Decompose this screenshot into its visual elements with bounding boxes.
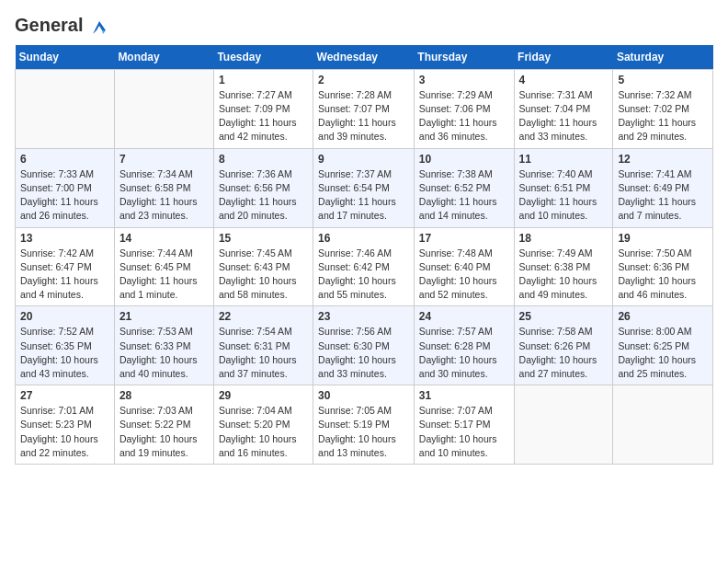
daylight: Daylight: 10 hours and 43 minutes. bbox=[20, 354, 98, 379]
calendar-cell: 9Sunrise: 7:37 AMSunset: 6:54 PMDaylight… bbox=[313, 148, 415, 227]
day-info: Sunrise: 7:52 AMSunset: 6:35 PMDaylight:… bbox=[20, 325, 109, 381]
calendar-cell: 26Sunrise: 8:00 AMSunset: 6:25 PMDayligh… bbox=[613, 306, 713, 385]
sunset: Sunset: 6:45 PM bbox=[119, 261, 191, 272]
calendar-cell: 7Sunrise: 7:34 AMSunset: 6:58 PMDaylight… bbox=[114, 148, 213, 227]
day-info: Sunrise: 7:58 AMSunset: 6:26 PMDaylight:… bbox=[519, 325, 609, 381]
calendar-cell: 8Sunrise: 7:36 AMSunset: 6:56 PMDaylight… bbox=[213, 148, 313, 227]
sunset: Sunset: 6:28 PM bbox=[419, 340, 491, 351]
sunset: Sunset: 5:22 PM bbox=[119, 419, 191, 430]
calendar-cell: 23Sunrise: 7:56 AMSunset: 6:30 PMDayligh… bbox=[313, 306, 415, 385]
sunset: Sunset: 5:20 PM bbox=[219, 419, 290, 430]
calendar-cell: 20Sunrise: 7:52 AMSunset: 6:35 PMDayligh… bbox=[16, 306, 115, 385]
sunset: Sunset: 7:06 PM bbox=[419, 103, 491, 114]
day-number: 11 bbox=[519, 153, 609, 166]
day-info: Sunrise: 7:29 AMSunset: 7:06 PMDaylight:… bbox=[419, 88, 509, 144]
calendar-cell: 4Sunrise: 7:31 AMSunset: 7:04 PMDaylight… bbox=[514, 69, 613, 148]
calendar-cell: 31Sunrise: 7:07 AMSunset: 5:17 PMDayligh… bbox=[414, 385, 514, 465]
calendar-cell: 11Sunrise: 7:40 AMSunset: 6:51 PMDayligh… bbox=[514, 148, 613, 227]
sunrise: Sunrise: 7:52 AM bbox=[20, 326, 94, 337]
daylight: Daylight: 11 hours and 17 minutes. bbox=[318, 196, 396, 221]
sunrise: Sunrise: 7:27 AM bbox=[219, 89, 292, 100]
sunset: Sunset: 6:30 PM bbox=[318, 340, 390, 351]
day-number: 13 bbox=[20, 232, 109, 245]
calendar-cell: 30Sunrise: 7:05 AMSunset: 5:19 PMDayligh… bbox=[313, 385, 415, 465]
day-info: Sunrise: 7:54 AMSunset: 6:31 PMDaylight:… bbox=[219, 325, 308, 381]
logo: General bbox=[15, 15, 109, 34]
sunrise: Sunrise: 7:38 AM bbox=[419, 168, 493, 179]
daylight: Daylight: 11 hours and 23 minutes. bbox=[119, 196, 198, 221]
sunset: Sunset: 6:31 PM bbox=[219, 340, 290, 351]
sunset: Sunset: 7:09 PM bbox=[219, 103, 290, 114]
day-number: 19 bbox=[618, 232, 708, 245]
calendar-cell bbox=[16, 69, 115, 148]
day-number: 23 bbox=[318, 310, 409, 323]
sunset: Sunset: 6:40 PM bbox=[419, 261, 491, 272]
day-info: Sunrise: 7:53 AMSunset: 6:33 PMDaylight:… bbox=[119, 325, 209, 381]
daylight: Daylight: 11 hours and 4 minutes. bbox=[20, 275, 98, 300]
day-info: Sunrise: 7:41 AMSunset: 6:49 PMDaylight:… bbox=[618, 167, 708, 224]
sunrise: Sunrise: 7:46 AM bbox=[318, 247, 392, 259]
day-number: 14 bbox=[119, 232, 209, 245]
calendar-cell: 28Sunrise: 7:03 AMSunset: 5:22 PMDayligh… bbox=[114, 385, 213, 465]
day-info: Sunrise: 7:40 AMSunset: 6:51 PMDaylight:… bbox=[519, 167, 609, 224]
day-number: 29 bbox=[219, 389, 308, 402]
day-info: Sunrise: 7:44 AMSunset: 6:45 PMDaylight:… bbox=[119, 247, 209, 303]
col-header-friday: Friday bbox=[514, 45, 613, 70]
daylight: Daylight: 11 hours and 39 minutes. bbox=[318, 117, 396, 142]
sunrise: Sunrise: 7:36 AM bbox=[219, 168, 292, 179]
sunrise: Sunrise: 7:56 AM bbox=[318, 326, 392, 337]
sunset: Sunset: 7:00 PM bbox=[20, 182, 92, 193]
daylight: Daylight: 11 hours and 20 minutes. bbox=[219, 196, 297, 221]
sunrise: Sunrise: 7:37 AM bbox=[318, 168, 392, 179]
col-header-monday: Monday bbox=[114, 45, 213, 70]
sunrise: Sunrise: 7:07 AM bbox=[419, 405, 493, 416]
sunset: Sunset: 6:38 PM bbox=[519, 261, 591, 272]
day-number: 26 bbox=[618, 310, 708, 323]
sunrise: Sunrise: 7:32 AM bbox=[618, 89, 691, 100]
week-row-2: 6Sunrise: 7:33 AMSunset: 7:00 PMDaylight… bbox=[16, 148, 713, 227]
day-number: 17 bbox=[419, 232, 509, 245]
day-info: Sunrise: 7:03 AMSunset: 5:22 PMDaylight:… bbox=[119, 404, 209, 460]
week-row-5: 27Sunrise: 7:01 AMSunset: 5:23 PMDayligh… bbox=[16, 385, 713, 465]
sunrise: Sunrise: 7:03 AM bbox=[119, 405, 193, 416]
sunset: Sunset: 7:07 PM bbox=[318, 103, 390, 114]
day-number: 2 bbox=[318, 74, 409, 86]
daylight: Daylight: 11 hours and 26 minutes. bbox=[20, 196, 98, 221]
calendar-cell: 19Sunrise: 7:50 AMSunset: 6:36 PMDayligh… bbox=[613, 227, 713, 306]
day-number: 22 bbox=[219, 310, 308, 323]
calendar-cell: 27Sunrise: 7:01 AMSunset: 5:23 PMDayligh… bbox=[16, 385, 115, 465]
day-info: Sunrise: 7:56 AMSunset: 6:30 PMDaylight:… bbox=[318, 325, 409, 381]
daylight: Daylight: 10 hours and 49 minutes. bbox=[519, 275, 597, 300]
day-info: Sunrise: 7:57 AMSunset: 6:28 PMDaylight:… bbox=[419, 325, 509, 381]
calendar-cell: 16Sunrise: 7:46 AMSunset: 6:42 PMDayligh… bbox=[313, 227, 415, 306]
day-number: 5 bbox=[618, 74, 708, 86]
day-info: Sunrise: 7:05 AMSunset: 5:19 PMDaylight:… bbox=[318, 404, 409, 460]
day-info: Sunrise: 7:38 AMSunset: 6:52 PMDaylight:… bbox=[419, 167, 509, 224]
week-row-1: 1Sunrise: 7:27 AMSunset: 7:09 PMDaylight… bbox=[16, 69, 713, 148]
day-info: Sunrise: 7:31 AMSunset: 7:04 PMDaylight:… bbox=[519, 88, 609, 144]
sunrise: Sunrise: 7:58 AM bbox=[519, 326, 593, 337]
day-number: 8 bbox=[219, 153, 308, 166]
col-header-wednesday: Wednesday bbox=[313, 45, 415, 70]
daylight: Daylight: 10 hours and 52 minutes. bbox=[419, 275, 497, 300]
day-number: 6 bbox=[20, 153, 109, 166]
sunset: Sunset: 6:58 PM bbox=[119, 182, 191, 193]
calendar-cell: 5Sunrise: 7:32 AMSunset: 7:02 PMDaylight… bbox=[613, 69, 713, 148]
sunset: Sunset: 6:33 PM bbox=[119, 340, 191, 351]
sunrise: Sunrise: 7:34 AM bbox=[119, 168, 193, 179]
sunset: Sunset: 6:26 PM bbox=[519, 340, 591, 351]
daylight: Daylight: 11 hours and 1 minute. bbox=[119, 275, 198, 300]
sunset: Sunset: 5:23 PM bbox=[20, 419, 92, 430]
day-number: 3 bbox=[419, 74, 509, 86]
sunrise: Sunrise: 7:41 AM bbox=[618, 168, 691, 179]
calendar-cell: 6Sunrise: 7:33 AMSunset: 7:00 PMDaylight… bbox=[16, 148, 115, 227]
sunrise: Sunrise: 7:04 AM bbox=[219, 405, 292, 416]
sunset: Sunset: 5:17 PM bbox=[419, 419, 491, 430]
sunset: Sunset: 7:04 PM bbox=[519, 103, 591, 114]
day-number: 21 bbox=[119, 310, 209, 323]
sunset: Sunset: 6:56 PM bbox=[219, 182, 290, 193]
sunset: Sunset: 5:19 PM bbox=[318, 419, 390, 430]
sunset: Sunset: 6:43 PM bbox=[219, 261, 290, 272]
sunset: Sunset: 7:02 PM bbox=[618, 103, 689, 114]
day-info: Sunrise: 7:37 AMSunset: 6:54 PMDaylight:… bbox=[318, 167, 409, 224]
